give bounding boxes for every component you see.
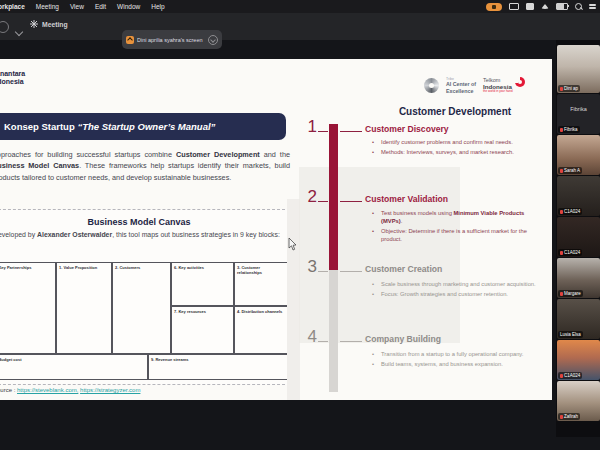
tick-left-1 xyxy=(318,131,328,132)
meeting-asterisk-icon xyxy=(30,20,38,28)
step4-bullet1: Transition from a startup to a fully ope… xyxy=(381,350,523,358)
participant-tile[interactable]: Margare xyxy=(557,258,600,298)
aicoe-line1: AI Center of xyxy=(446,81,476,87)
step2-b1-seg1: Test business models using xyxy=(381,210,454,216)
aicoe-logo-text: Tribe AI Center of Excellence xyxy=(446,77,476,94)
keyboard-brightness-icon[interactable] xyxy=(526,3,534,10)
menu-meeting[interactable]: Meeting xyxy=(36,3,59,10)
participant-name: Sarah A xyxy=(564,168,580,173)
bmc-cell-key-resources: 7. Key resources xyxy=(171,306,234,354)
intro-seg3: and the xyxy=(260,150,290,159)
step2-bullet2: Objective: Determine if there is a suffi… xyxy=(381,227,540,243)
menu-help[interactable]: Help xyxy=(151,3,164,10)
bmc-desc-seg3: , this tool maps out business strategies… xyxy=(112,231,280,238)
muted-mic-icon xyxy=(560,210,563,214)
slide-title-quoted: “The Startup Owner’s Manual” xyxy=(77,121,215,132)
bmc-desc-seg1: Developed by xyxy=(0,231,37,238)
mouse-cursor xyxy=(288,238,297,251)
step-bullets-3: •Scale business through marketing and cu… xyxy=(372,280,540,300)
tick-right-1 xyxy=(340,131,362,132)
intro-seg1: Approaches for building successful start… xyxy=(0,150,176,159)
participant-tile[interactable]: Lusia Elsa xyxy=(557,299,600,339)
customer-development-heading: Customer Development xyxy=(360,106,550,117)
bmc-description: Developed by Alexander Osterwalder, this… xyxy=(0,230,285,240)
home-circle-icon[interactable] xyxy=(0,21,9,33)
participant-tile[interactable]: Fibrika Fibrika xyxy=(557,94,600,134)
tab-shared-screen-label: Dini aprilia syahra's screen xyxy=(137,37,205,43)
screen-mirroring-icon[interactable] xyxy=(509,3,519,10)
step-number-2: 2 xyxy=(299,187,317,207)
step-number-4: 4 xyxy=(299,327,317,347)
telkom-red-swirl-icon xyxy=(515,77,525,87)
participant-name: C1A024 xyxy=(564,373,580,378)
muted-mic-icon xyxy=(560,374,563,378)
participant-name: C1A024 xyxy=(564,209,580,214)
step-title-3: Customer Creation xyxy=(365,264,545,274)
intro-seg4: Business Model Canvas xyxy=(0,161,79,170)
muted-mic-icon xyxy=(560,251,563,255)
source-link-strategyzer[interactable]: https://strategyzer.com xyxy=(80,387,140,393)
step-number-1: 1 xyxy=(299,117,317,137)
participant-tile[interactable]: Zafirah xyxy=(557,381,600,421)
intro-paragraph: Approaches for building successful start… xyxy=(0,149,290,183)
bmc-heading: Business Model Canvas xyxy=(0,217,289,227)
step3-bullet2: Focus: Growth strategies and customer re… xyxy=(381,290,508,298)
slide-title-text: Konsep Startup xyxy=(4,121,77,132)
step4-bullet2: Build teams, systems, and business expan… xyxy=(381,360,503,368)
participant-name: Dini ap xyxy=(564,86,578,91)
source-link-steveblank[interactable]: https://steveblank.com, xyxy=(17,387,78,393)
tick-left-2 xyxy=(318,201,328,202)
participant-tile[interactable]: C1A024 xyxy=(557,217,600,257)
participants-sidebar: Dini ap Fibrika Fibrika Sarah A C1A024 C… xyxy=(556,40,600,437)
muted-mic-icon xyxy=(560,415,563,419)
battery-icon[interactable] xyxy=(556,3,568,10)
header-logos: Tribe AI Center of Excellence Telkom Ind… xyxy=(424,77,525,94)
tab-meeting[interactable]: Meeting xyxy=(30,20,68,28)
participant-tile[interactable]: C1A024 xyxy=(557,176,600,216)
tab-shared-screen[interactable]: Dini aprilia syahra's screen xyxy=(122,30,222,49)
zoom-tab-bar: Meeting Dini aprilia syahra's screen xyxy=(0,13,600,40)
source-line: Source : https://steveblank.com, https:/… xyxy=(0,387,140,393)
bmc-cell-key-partnerships: 5. Key Partnerships xyxy=(0,262,56,354)
menu-window[interactable]: Window xyxy=(117,3,140,10)
step2-bullet1: Test business models using Minimum Viabl… xyxy=(381,209,540,225)
participant-name: Lusia Elsa xyxy=(560,332,581,337)
muted-mic-icon xyxy=(560,292,563,296)
step-bullets-1: •Identify customer problems and confirm … xyxy=(372,138,540,158)
step1-bullet2: Methods: Interviews, surveys, and market… xyxy=(381,148,514,156)
wifi-icon[interactable] xyxy=(541,4,549,9)
muted-mic-icon xyxy=(560,169,563,173)
participant-tile[interactable]: C1A024 xyxy=(557,340,600,380)
spotlight-search-icon[interactable] xyxy=(575,3,582,10)
menu-edit[interactable]: Edit xyxy=(95,3,106,10)
tab-options-chevron-icon[interactable] xyxy=(208,35,218,45)
recording-indicator-pill[interactable] xyxy=(486,3,502,11)
muted-mic-icon xyxy=(560,128,563,132)
tick-right-2 xyxy=(340,201,362,202)
step3-bullet1: Scale business through marketing and cus… xyxy=(381,280,536,288)
bmc-table: 5. Key Partnerships 6. Key activities 1.… xyxy=(0,262,288,354)
slide-title-banner: Konsep Startup “The Startup Owner’s Manu… xyxy=(0,113,286,140)
intro-seg2: Customer Development xyxy=(176,150,260,159)
bmc-section: Business Model Canvas Developed by Alexa… xyxy=(0,209,290,385)
step-title-4: Company Building xyxy=(365,334,545,344)
bmc-table-bottom-row: 8. Budget cost 9. Revenue streams xyxy=(0,354,288,380)
tick-left-4 xyxy=(318,341,328,342)
step-number-3: 3 xyxy=(299,257,317,277)
status-icons xyxy=(486,0,596,13)
control-center-icon[interactable] xyxy=(589,4,596,9)
menu-workplace[interactable]: Workplace xyxy=(0,3,25,10)
org-logo-line2: Indonesia xyxy=(0,78,25,86)
chevron-down-icon[interactable] xyxy=(15,28,23,36)
menu-view[interactable]: View xyxy=(70,3,84,10)
muted-mic-icon xyxy=(560,87,563,91)
telkom-logo: Telkom Indonesia the world in your hand xyxy=(483,77,525,94)
participant-tile[interactable]: Sarah A xyxy=(557,135,600,175)
participant-name: Fibrika xyxy=(564,127,578,132)
org-logo: Danantara Indonesia xyxy=(0,70,25,86)
shared-screen-slide: Danantara Indonesia Tribe AI Center of E… xyxy=(0,59,552,400)
screen-share-icon xyxy=(126,36,134,44)
tab-meeting-label: Meeting xyxy=(42,21,68,28)
step-title-2: Customer Validation xyxy=(365,194,545,204)
participant-tile[interactable]: Dini ap xyxy=(557,45,600,93)
